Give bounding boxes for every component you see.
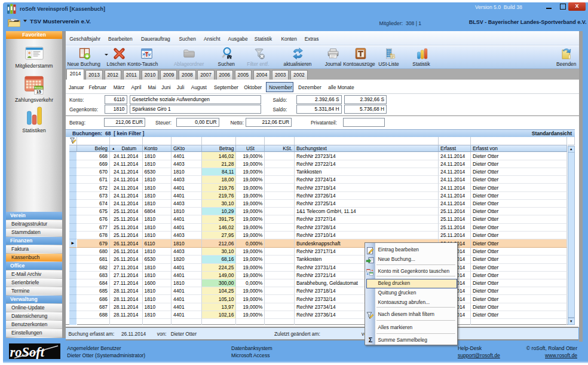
svg-text:15: 15 xyxy=(36,89,41,95)
svg-text:roSoft: roSoft xyxy=(10,345,45,359)
